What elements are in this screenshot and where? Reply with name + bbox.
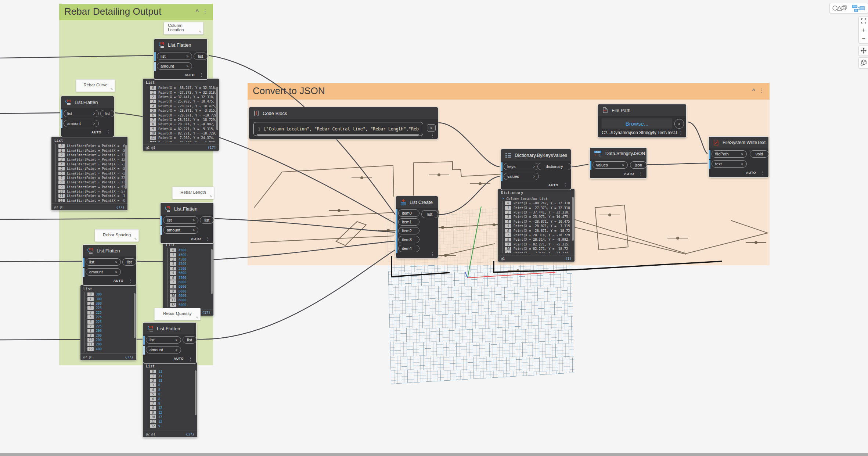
pan-button[interactable] [858, 46, 868, 56]
preview-scrollbar[interactable] [211, 249, 213, 294]
preview-rebar-spacings[interactable]: List 03001300230032254225522562257225820… [80, 285, 136, 360]
input-port-amount[interactable]: amount> [163, 226, 198, 234]
geometry-view-button[interactable] [830, 3, 849, 13]
input-port-text[interactable]: text> [712, 160, 747, 168]
input-port-amount[interactable]: amount> [157, 62, 192, 70]
zoom-in-button[interactable]: + [862, 28, 865, 33]
expand-icon[interactable]: > [502, 197, 504, 200]
preview-scrollbar[interactable] [125, 145, 127, 189]
graph-view-button[interactable] [849, 3, 868, 13]
node-menu-icon[interactable]: ⋮ [128, 279, 133, 283]
preview-rebar-quantities[interactable]: List 01111121138485868788129121012111212… [143, 362, 197, 437]
lacing-label[interactable]: AUTO [548, 183, 558, 187]
preview-scrollbar[interactable] [134, 293, 136, 338]
node-list-flatten-rebar-curve[interactable]: List.Flatten list> list amount> AUTO ⋮ [61, 96, 114, 137]
list-create-item-port[interactable]: item0 [398, 209, 419, 217]
preview-dictionary[interactable]: Dictionary > Column Location List 0Point… [498, 189, 575, 262]
preview-column-points[interactable]: List 0Point(X = -88.247, Y = 32.318, Z1P… [143, 79, 219, 151]
note-rebar-spacing[interactable]: Rebar Spacing✎ [95, 229, 139, 242]
output-port-list[interactable]: list [200, 216, 214, 224]
node-list-flatten-column-location[interactable]: List.Flatten list> list amount> AUTO ⋮ [154, 39, 207, 79]
note-column-location[interactable]: Column Location✎ [164, 22, 204, 35]
group-collapse-icon[interactable]: ^ [195, 10, 199, 13]
list-item: 9200 [87, 333, 133, 338]
group-menu-icon[interactable]: ⋮ [202, 8, 208, 15]
zoom-toolbar[interactable]: + − [858, 16, 868, 43]
zoom-out-button[interactable]: − [862, 36, 865, 41]
output-port-list[interactable]: list [183, 336, 197, 344]
input-port-list[interactable]: list> [146, 336, 181, 344]
node-code-block[interactable]: Code Block 1 ["Column Location", "Rebar … [249, 107, 438, 139]
output-port-void[interactable]: void [750, 150, 769, 158]
output-port-list[interactable]: list [122, 258, 136, 266]
node-list-create[interactable]: List Create item0 item1 item2 item3 item… [396, 196, 438, 258]
preview-scrollbar[interactable] [572, 197, 574, 241]
dynamo-workspace[interactable]: Rebar Detailing Output ^ ⋮ Convert to JS… [0, 0, 868, 456]
node-menu-icon[interactable]: ⋮ [430, 134, 435, 137]
file-path-output-port[interactable]: > [674, 119, 684, 129]
node-list-flatten-rebar-spacing[interactable]: List.Flatten list> list amount> AUTO ⋮ [83, 245, 136, 285]
node-menu-icon[interactable]: ⋮ [760, 171, 765, 175]
node-menu-icon[interactable]: ⋮ [205, 237, 210, 241]
input-port-list[interactable]: list> [157, 53, 192, 60]
node-menu-icon[interactable]: ⋮ [188, 357, 193, 360]
input-port-list[interactable]: list> [163, 216, 198, 224]
node-filesystem-writetext[interactable]: FileSystem.WriteText filePath> void text… [709, 137, 768, 177]
preview-scrollbar[interactable] [216, 87, 218, 130]
output-port-list[interactable]: list [421, 210, 438, 218]
node-menu-icon[interactable]: ⋮ [638, 172, 643, 176]
orbit-cube-button[interactable] [858, 57, 868, 68]
list-create-item-port[interactable]: item2 [398, 227, 419, 234]
view-mode-switcher[interactable] [829, 3, 868, 13]
list-item: 6Line(StartPoint = Point(X = -33. [58, 171, 125, 175]
note-rebar-quantity[interactable]: Rebar Quantity✎ [154, 308, 201, 320]
node-menu-icon[interactable]: ⋮ [106, 130, 111, 134]
node-menu-icon[interactable]: ⋮ [430, 252, 435, 256]
horizontal-scrollbar[interactable] [0, 453, 868, 456]
node-menu-icon[interactable]: ⋮ [678, 131, 683, 135]
code-block-output-port[interactable]: > [427, 124, 436, 132]
input-port-keys[interactable]: keys> [504, 163, 539, 170]
node-file-path[interactable]: File Path Browse... > C:\...\Dynamo\json… [598, 104, 686, 137]
note-rebar-length[interactable]: Rebar Length✎ [172, 187, 214, 199]
node-data-stringifyjson[interactable]: JSON{;} Data.StringifyJSON values> json … [590, 148, 647, 178]
input-port-list[interactable]: list> [86, 258, 121, 266]
input-port-values[interactable]: values> [504, 173, 539, 180]
input-port-list[interactable]: list> [64, 110, 99, 117]
lacing-label[interactable]: AUTO [174, 357, 184, 360]
lacing-label[interactable]: AUTO [191, 237, 201, 241]
preview-scrollbar[interactable] [195, 370, 197, 415]
preview-rebar-lines[interactable]: List 0Line(StartPoint = Point(X = -69.1L… [51, 137, 127, 210]
input-port-filepath[interactable]: filePath> [712, 150, 747, 158]
node-dictionary-bykeysvalues[interactable]: Dictionary.ByKeysValues keys> dictionary… [501, 149, 571, 190]
list-create-item-port[interactable]: item1 [398, 218, 419, 226]
list-create-item-port[interactable]: item4 [398, 245, 419, 252]
group-menu-icon[interactable]: ⋮ [759, 87, 764, 94]
group-collapse-icon[interactable]: ^ [752, 89, 755, 93]
fit-to-screen-button[interactable] [861, 18, 866, 24]
lacing-label[interactable]: AUTO [91, 130, 101, 134]
node-menu-icon[interactable]: ⋮ [199, 73, 204, 77]
code-horizontal-scrollbar[interactable] [257, 134, 419, 136]
list-item: 2300 [87, 301, 133, 306]
output-port-dictionary[interactable]: dictionary [537, 163, 571, 170]
output-port-json[interactable]: json [630, 161, 647, 169]
input-port-amount[interactable]: amount> [86, 268, 121, 276]
lacing-label[interactable]: AUTO [185, 73, 195, 77]
code-text[interactable]: ["Column Location", "Rebar Central line"… [264, 126, 419, 132]
lacing-label[interactable]: AUTO [114, 279, 123, 283]
output-port-list[interactable]: list [194, 53, 208, 60]
lacing-label[interactable]: AUTO [624, 172, 634, 176]
node-menu-icon[interactable]: ⋮ [563, 183, 568, 187]
node-list-flatten-rebar-quantity[interactable]: List.Flatten list> list amount> AUTO ⋮ [143, 323, 196, 363]
list-create-item-port[interactable]: item3 [398, 236, 419, 243]
preview-rebar-lengths[interactable]: List 04500145002450034500455005550065500… [163, 241, 213, 316]
output-port-list[interactable]: list [100, 110, 114, 117]
node-list-flatten-rebar-length[interactable]: List.Flatten list> list amount> AUTO ⋮ [161, 203, 213, 243]
browse-button[interactable]: Browse... [602, 118, 672, 129]
note-rebar-curve[interactable]: Rebar Curve✎ [76, 79, 115, 92]
input-port-amount[interactable]: amount> [64, 120, 99, 127]
input-port-values[interactable]: values> [593, 161, 628, 169]
lacing-label[interactable]: AUTO [746, 171, 756, 175]
input-port-amount[interactable]: amount> [146, 346, 181, 353]
